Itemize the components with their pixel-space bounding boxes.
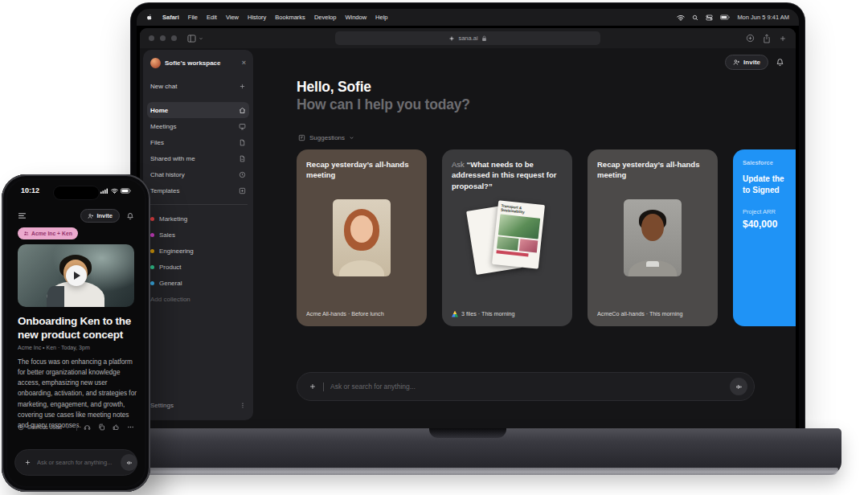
document-summary: The focus was on enhancing a platform fo… bbox=[18, 357, 137, 431]
chevron-down-icon[interactable] bbox=[65, 425, 70, 430]
sana-app: Sofie’s workspace × New chat Home bbox=[140, 48, 796, 428]
battery-icon bbox=[720, 14, 730, 20]
home-icon bbox=[239, 107, 246, 114]
dynamic-island bbox=[54, 186, 99, 199]
menubar-clock[interactable]: Mon Jun 5 9:41 AM bbox=[737, 14, 789, 21]
browser-window: sana.ai bbox=[140, 28, 796, 428]
divider bbox=[76, 423, 77, 431]
sidebar-item-home[interactable]: Home bbox=[147, 102, 249, 118]
google-drive-icon bbox=[452, 311, 458, 317]
share-icon[interactable] bbox=[763, 34, 771, 43]
sidebar-item-shared[interactable]: Shared with me bbox=[150, 150, 246, 166]
sources-label[interactable]: Sources used bbox=[27, 424, 62, 430]
greeting-subtitle: How can I help you today? bbox=[297, 96, 470, 113]
more-options-icon[interactable] bbox=[127, 423, 134, 431]
ask-bar[interactable] bbox=[14, 449, 137, 476]
sidebar-collection-engineering[interactable]: Engineering bbox=[150, 243, 246, 259]
metric-label: Project ARR bbox=[743, 208, 796, 215]
sidebar-collection-product[interactable]: Product bbox=[150, 259, 246, 275]
wifi-icon[interactable] bbox=[677, 14, 685, 21]
context-badge[interactable]: Acme Inc + Ken bbox=[18, 227, 78, 239]
suggestion-card-rfp[interactable]: Ask “What needs to be addressed in this … bbox=[442, 149, 572, 326]
window-zoom-button[interactable] bbox=[171, 35, 177, 41]
workspace-avatar bbox=[150, 58, 161, 68]
phone-header: Invite bbox=[18, 209, 134, 223]
sidebar-toggle-icon[interactable] bbox=[187, 35, 203, 43]
cellular-signal-icon bbox=[100, 188, 108, 194]
suggestion-card-recap-1[interactable]: Recap yesterday’s all-hands meeting Acme… bbox=[297, 149, 427, 326]
collection-color-dot bbox=[150, 249, 154, 253]
sidebar-item-meetings[interactable]: Meetings bbox=[150, 118, 246, 134]
menu-item-edit[interactable]: Edit bbox=[207, 14, 217, 21]
menu-item-file[interactable]: File bbox=[188, 14, 198, 21]
new-tab-icon[interactable] bbox=[779, 35, 787, 43]
window-minimize-button[interactable] bbox=[160, 35, 166, 41]
menu-item-develop[interactable]: Develop bbox=[314, 14, 337, 21]
menu-item-view[interactable]: View bbox=[226, 14, 239, 21]
play-button[interactable] bbox=[66, 265, 87, 286]
menu-item-history[interactable]: History bbox=[248, 14, 266, 21]
page-settings-icon[interactable] bbox=[746, 34, 755, 43]
voice-input-button[interactable] bbox=[730, 378, 747, 395]
ask-input[interactable] bbox=[330, 382, 723, 391]
workspace-name: Sofie’s workspace bbox=[165, 59, 221, 67]
metric-value: $40,000 bbox=[743, 219, 796, 230]
greeting-title: Hello, Sofie bbox=[297, 79, 371, 96]
spotlight-search-icon[interactable] bbox=[692, 14, 698, 21]
menu-item-help[interactable]: Help bbox=[375, 14, 387, 21]
collection-color-dot bbox=[150, 233, 154, 237]
workspace-switcher[interactable]: Sofie’s workspace × bbox=[150, 58, 246, 68]
attach-plus-icon[interactable] bbox=[309, 382, 317, 391]
url-text: sana.ai bbox=[458, 35, 477, 42]
suggestion-card-recap-2[interactable]: Recap yesterday’s all-hands meeting Acme… bbox=[588, 149, 718, 326]
apple-menu-icon[interactable] bbox=[146, 14, 154, 21]
shared-file-icon bbox=[239, 155, 246, 162]
address-bar[interactable]: sana.ai bbox=[335, 31, 600, 45]
new-chat-button[interactable]: New chat bbox=[150, 78, 246, 94]
card-document-thumbnails: Transport & Sustainability bbox=[442, 196, 572, 284]
sidebar-item-files[interactable]: Files bbox=[150, 134, 246, 150]
voice-input-button[interactable] bbox=[121, 454, 137, 471]
sidebar-item-chat-history[interactable]: Chat history bbox=[150, 166, 246, 182]
person-add-icon bbox=[88, 213, 94, 219]
sidebar-item-templates[interactable]: Templates bbox=[150, 182, 246, 198]
document-title: Onboarding Ken to the new product concep… bbox=[18, 314, 139, 342]
invite-button[interactable]: Invite bbox=[80, 209, 120, 223]
notifications-bell-icon[interactable] bbox=[126, 212, 134, 220]
settings-button[interactable]: Settings bbox=[150, 397, 246, 413]
laptop-lid-notch bbox=[429, 428, 506, 438]
browser-toolbar: sana.ai bbox=[140, 28, 796, 48]
add-collection-button[interactable]: Add collection bbox=[150, 291, 246, 307]
document-meta: Acme Inc • Ken · Today, 3pm bbox=[18, 345, 90, 350]
invite-button[interactable]: Invite bbox=[725, 55, 768, 70]
copy-icon[interactable] bbox=[98, 423, 105, 431]
ask-input[interactable] bbox=[37, 459, 115, 466]
listen-headphones-icon[interactable] bbox=[84, 423, 91, 431]
thumbs-up-icon[interactable] bbox=[113, 423, 120, 431]
menu-item-window[interactable]: Window bbox=[345, 14, 366, 21]
sidebar-collection-sales[interactable]: Sales bbox=[150, 227, 246, 243]
sidebar-collection-general[interactable]: General bbox=[150, 275, 246, 291]
card-photo-man bbox=[624, 199, 682, 276]
sidebar-close-icon[interactable]: × bbox=[242, 59, 246, 67]
meeting-video-thumbnail[interactable] bbox=[18, 244, 134, 307]
suggestion-card-salesforce[interactable]: Salesforce Update the to Signed Project … bbox=[733, 149, 796, 326]
sidebar-collection-marketing[interactable]: Marketing bbox=[150, 211, 246, 227]
notifications-bell-icon[interactable] bbox=[776, 58, 784, 67]
menu-item-safari[interactable]: Safari bbox=[162, 14, 179, 21]
suggestions-toggle[interactable]: Suggestions bbox=[298, 134, 354, 141]
window-close-button[interactable] bbox=[149, 35, 154, 41]
main-content: Invite Hello, Sofie How can I help you t… bbox=[253, 48, 796, 428]
card-photo-woman bbox=[333, 199, 391, 276]
stage: Safari File Edit View History Bookmarks … bbox=[0, 0, 868, 495]
phone-status-bar: 10:12 bbox=[7, 186, 145, 194]
menu-item-bookmarks[interactable]: Bookmarks bbox=[275, 14, 305, 21]
people-icon bbox=[23, 231, 29, 236]
control-center-icon[interactable] bbox=[706, 14, 713, 21]
sana-logo-icon bbox=[448, 35, 455, 42]
more-vertical-icon bbox=[240, 402, 246, 409]
menu-hamburger-icon[interactable] bbox=[18, 212, 27, 219]
ask-bar[interactable] bbox=[297, 372, 755, 401]
laptop-screen: Safari File Edit View History Bookmarks … bbox=[131, 3, 805, 428]
attach-plus-icon[interactable] bbox=[24, 459, 31, 466]
